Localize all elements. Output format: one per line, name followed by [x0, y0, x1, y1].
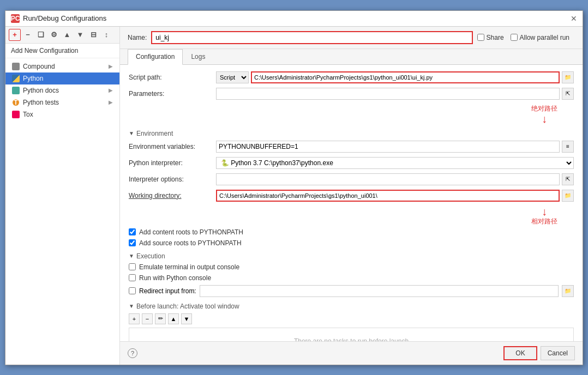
settings-button[interactable]: ⚙ — [48, 29, 60, 41]
environment-section-header[interactable]: ▼ Environment — [129, 130, 574, 137]
share-checkbox[interactable] — [477, 34, 484, 41]
python-interpreter-select[interactable]: 🐍 Python 3.7 C:\python37\python.exe — [216, 157, 574, 169]
env-vars-label: Environment variables: — [129, 143, 216, 150]
move-up-button[interactable]: ▲ — [61, 29, 73, 41]
before-launch-section: ▼ Before launch: Activate tool window + … — [129, 303, 574, 341]
parameters-value: ⇱ — [216, 88, 574, 100]
redirect-input-checkbox[interactable] — [129, 287, 136, 294]
redirect-input-inner: Redirect input from: 📁 — [129, 285, 574, 297]
python-docs-item[interactable]: Python docs ▶ — [5, 84, 119, 96]
python-icon — [12, 75, 20, 82]
before-launch-empty-text: There are no tasks to run before launch — [294, 337, 409, 341]
interpreter-options-label: Interpreter options: — [129, 176, 216, 183]
add-content-roots-row: Add content roots to PYTHONPATH — [129, 228, 574, 236]
parallel-checkbox[interactable] — [511, 34, 518, 41]
emulate-terminal-row: Emulate terminal in output console — [129, 263, 574, 271]
script-path-browse-button[interactable]: 📁 — [562, 71, 574, 83]
config-content: Script path: Script Module 📁 Parameters: — [120, 65, 583, 341]
script-type-select[interactable]: Script Module — [216, 71, 249, 83]
tox-item[interactable]: Tox — [5, 108, 119, 120]
down-arrow-2-icon: ↓ — [542, 206, 547, 217]
ok-button[interactable]: OK — [503, 346, 537, 360]
environment-label: Environment — [136, 130, 173, 137]
parallel-checkbox-label[interactable]: Allow parallel run — [511, 34, 569, 41]
absolute-path-annotation-row: 绝对路径 ↓ — [129, 104, 574, 124]
add-config-button[interactable]: + — [9, 29, 21, 41]
interpreter-options-input[interactable] — [216, 173, 560, 185]
before-launch-label: Before launch: Activate tool window — [136, 303, 239, 310]
dialog-buttons-row: ? OK Cancel — [120, 341, 583, 365]
python-docs-label: Python docs — [23, 87, 59, 94]
python-item[interactable]: Python — [5, 72, 119, 84]
absolute-annotation: 绝对路径 ↓ — [531, 104, 557, 124]
relative-path-annotation-row: ↓ 相对路径 — [129, 206, 574, 226]
compound-icon — [12, 63, 20, 70]
main-body: + − ❏ ⚙ ▲ ▼ ⊟ ↕ Add New Configuration Co… — [5, 27, 583, 365]
remove-config-button[interactable]: − — [22, 29, 34, 41]
title-bar: PC Run/Debug Configurations ✕ — [5, 11, 583, 27]
working-dir-input[interactable] — [216, 190, 560, 202]
tab-configuration[interactable]: Configuration — [128, 49, 183, 65]
python-interpreter-label: Python interpreter: — [129, 159, 216, 167]
compound-item[interactable]: Compound ▶ — [5, 61, 119, 72]
script-path-input[interactable] — [251, 71, 560, 83]
app-icon: PC — [11, 14, 20, 23]
run-debug-dialog: PC Run/Debug Configurations ✕ + − ❏ ⚙ ▲ … — [5, 10, 583, 365]
exec-collapse-arrow: ▼ — [129, 253, 134, 259]
add-source-roots-row: Add source roots to PYTHONPATH — [129, 239, 574, 247]
help-button[interactable]: ? — [128, 348, 137, 358]
tab-logs[interactable]: Logs — [183, 49, 213, 64]
sort-button[interactable]: ↕ — [100, 29, 112, 41]
copy-config-button[interactable]: ❏ — [35, 29, 47, 41]
run-python-console-checkbox[interactable] — [129, 274, 136, 281]
env-vars-input[interactable] — [216, 141, 560, 153]
interpreter-select-row: 🐍 Python 3.7 C:\python37\python.exe — [216, 157, 574, 169]
add-content-roots-label: Add content roots to PYTHONPATH — [139, 228, 243, 236]
parameters-expand-button[interactable]: ⇱ — [562, 88, 574, 100]
emulate-terminal-checkbox[interactable] — [129, 263, 136, 270]
svg-text:T: T — [14, 99, 18, 106]
before-launch-down-button[interactable]: ▼ — [181, 313, 192, 324]
left-panel: + − ❏ ⚙ ▲ ▼ ⊟ ↕ Add New Configuration Co… — [5, 27, 120, 365]
redirect-input-browse[interactable]: 📁 — [562, 285, 574, 297]
working-dir-browse-button[interactable]: 📁 — [562, 190, 574, 202]
parameters-input[interactable] — [216, 88, 560, 100]
tox-icon — [12, 111, 20, 118]
script-path-label: Script path: — [129, 74, 216, 81]
working-dir-value: 📁 — [216, 190, 574, 202]
interpreter-options-expand[interactable]: ⇱ — [562, 173, 574, 185]
name-label: Name: — [128, 34, 147, 41]
right-panel: Name: Share Allow parallel run Configura… — [120, 27, 583, 365]
execution-label: Execution — [136, 252, 165, 260]
before-launch-add-button[interactable]: + — [129, 313, 140, 324]
relative-path-label: 相对路径 — [531, 217, 557, 226]
python-tests-item[interactable]: T Python tests ▶ — [5, 96, 119, 108]
script-path-value: Script Module 📁 — [216, 71, 574, 83]
before-launch-edit-button[interactable]: ✏ — [155, 313, 166, 324]
interpreter-options-row: Interpreter options: ⇱ — [129, 173, 574, 185]
compound-arrow: ▶ — [109, 63, 113, 69]
before-launch-remove-button[interactable]: − — [142, 313, 153, 324]
parameters-label: Parameters: — [129, 90, 216, 98]
close-button[interactable]: ✕ — [571, 14, 577, 23]
add-source-roots-label: Add source roots to PYTHONPATH — [139, 239, 242, 247]
share-checkbox-label[interactable]: Share — [477, 34, 504, 41]
cancel-button[interactable]: Cancel — [541, 346, 575, 360]
title-bar-left: PC Run/Debug Configurations — [11, 14, 106, 23]
filter-button[interactable]: ⊟ — [87, 29, 99, 41]
env-vars-value: ≡ — [216, 141, 574, 153]
before-launch-collapse: ▼ — [129, 303, 134, 309]
move-down-button[interactable]: ▼ — [74, 29, 86, 41]
python-interpreter-row: Python interpreter: 🐍 Python 3.7 C:\pyth… — [129, 157, 574, 169]
add-content-roots-checkbox[interactable] — [129, 228, 136, 235]
before-launch-up-button[interactable]: ▲ — [168, 313, 179, 324]
add-source-roots-checkbox[interactable] — [129, 239, 136, 246]
execution-section-header[interactable]: ▼ Execution — [129, 252, 574, 260]
tox-label: Tox — [23, 111, 33, 118]
env-vars-edit-button[interactable]: ≡ — [562, 141, 574, 153]
before-launch-toolbar: + − ✏ ▲ ▼ — [129, 313, 574, 324]
redirect-input-field[interactable] — [200, 285, 559, 297]
add-new-configuration-item[interactable]: Add New Configuration — [5, 44, 119, 58]
before-launch-empty-state: There are no tasks to run before launch — [129, 328, 574, 341]
name-input[interactable] — [151, 31, 472, 44]
